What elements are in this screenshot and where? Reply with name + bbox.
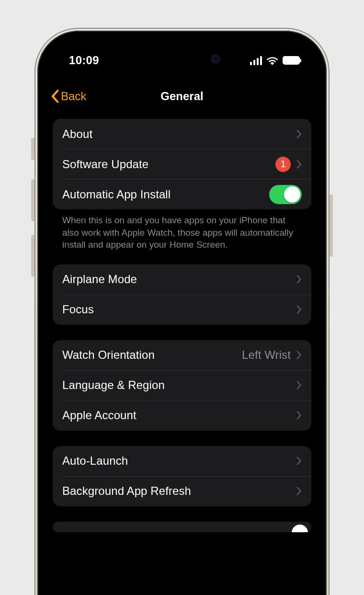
group-apps: Auto-Launch Background App Refresh	[53, 446, 311, 506]
row-apple-account[interactable]: Apple Account	[53, 400, 311, 431]
side-button-power	[330, 195, 333, 257]
page-title: General	[160, 90, 203, 103]
row-software-update[interactable]: Software Update 1	[53, 149, 311, 179]
chevron-right-icon	[296, 160, 302, 169]
chevron-right-icon	[296, 130, 302, 138]
row-value: Left Wrist	[242, 348, 291, 362]
group-modes: Airplane Mode Focus	[53, 264, 311, 325]
side-button-vol-down	[31, 235, 34, 277]
row-focus[interactable]: Focus	[53, 295, 311, 325]
row-label: Background App Refresh	[62, 484, 191, 498]
row-background-app-refresh[interactable]: Background App Refresh	[53, 476, 311, 506]
group-footer-text: When this is on and you have apps on you…	[53, 209, 311, 255]
side-button-vol-up	[31, 179, 34, 221]
camera-icon	[211, 55, 220, 63]
toggle-knob	[284, 186, 300, 203]
group-general: About Software Update 1 Automatic App In…	[53, 119, 311, 209]
group-watch: Watch Orientation Left Wrist Language & …	[53, 340, 311, 431]
row-label: Software Update	[62, 158, 148, 171]
toggle-auto-app-install[interactable]	[269, 185, 302, 204]
row-airplane-mode[interactable]: Airplane Mode	[53, 264, 311, 295]
cellular-icon	[250, 56, 262, 65]
row-watch-orientation[interactable]: Watch Orientation Left Wrist	[53, 340, 311, 370]
chevron-left-icon	[51, 90, 59, 103]
nav-bar: Back General	[44, 83, 320, 109]
group-partial	[53, 522, 311, 532]
row-auto-launch[interactable]: Auto-Launch	[53, 446, 311, 476]
device-frame: 10:09	[34, 28, 330, 595]
row-label: Language & Region	[62, 378, 165, 392]
row-auto-app-install: Automatic App Install	[53, 179, 311, 209]
row-about[interactable]: About	[53, 119, 311, 149]
toggle-knob	[292, 525, 308, 532]
row-label: Airplane Mode	[62, 273, 137, 286]
chevron-right-icon	[296, 275, 302, 284]
wifi-icon	[266, 56, 278, 65]
row-label: Watch Orientation	[62, 348, 155, 362]
screen: 10:09	[44, 37, 320, 595]
content-scroll[interactable]: About Software Update 1 Automatic App In…	[44, 116, 320, 595]
back-button[interactable]: Back	[51, 83, 86, 109]
chevron-right-icon	[296, 457, 302, 465]
row-label: About	[62, 127, 92, 141]
battery-icon	[283, 56, 300, 65]
chevron-right-icon	[296, 411, 302, 420]
row-language-region[interactable]: Language & Region	[53, 370, 311, 400]
update-badge: 1	[275, 157, 291, 172]
chevron-right-icon	[296, 351, 302, 359]
row-label: Focus	[62, 303, 94, 316]
status-time: 10:09	[69, 54, 99, 67]
chevron-right-icon	[296, 487, 302, 495]
side-button-silent	[31, 138, 34, 160]
row-label: Auto-Launch	[62, 454, 128, 468]
chevron-right-icon	[296, 381, 302, 389]
row-label: Automatic App Install	[62, 188, 171, 201]
back-label: Back	[61, 90, 86, 103]
chevron-right-icon	[296, 305, 302, 314]
dynamic-island	[136, 47, 228, 71]
row-label: Apple Account	[62, 409, 136, 422]
